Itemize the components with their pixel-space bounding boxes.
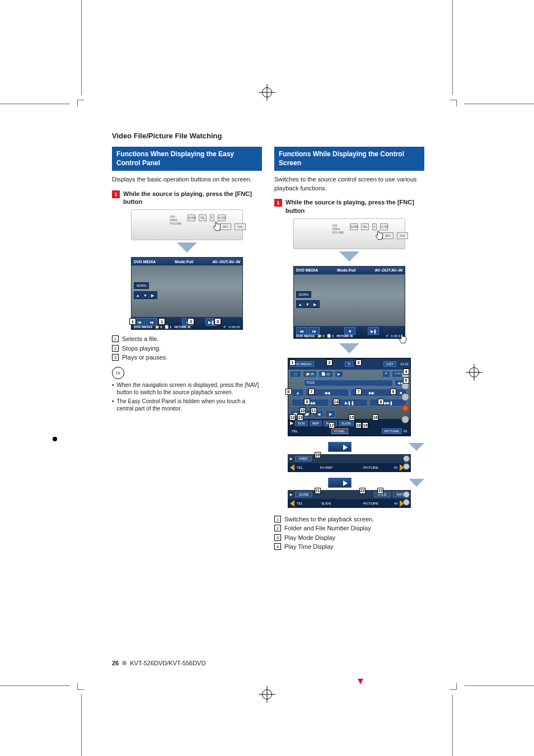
callout: 11: [311, 408, 317, 414]
device-label: VOLUME: [332, 231, 344, 234]
mini-up-icon: ▲: [134, 292, 142, 298]
down-arrow-icon: [409, 443, 424, 451]
legend-text: Folder and File Number Display: [284, 524, 371, 533]
callout: 13: [297, 414, 303, 421]
crop-mark: [452, 0, 453, 95]
down-arrow-icon: [409, 479, 424, 487]
left-header: Functions When Displaying the Easy Contr…: [112, 147, 262, 171]
legend-box: 2: [274, 525, 281, 531]
picture-label: PICTURE: [175, 325, 187, 329]
callout: 19: [362, 422, 368, 428]
callout: 14: [333, 399, 339, 405]
bar-picture-label: PICTURE: [350, 502, 392, 505]
registration-mark-right: [466, 364, 483, 381]
next-page-button: [328, 478, 352, 488]
bar-picture-label: PICTURE: [350, 466, 392, 469]
left-column: Functions When Displaying the Easy Contr…: [112, 147, 262, 552]
section-title: Video File/Picture File Watching: [112, 132, 425, 140]
legend-box: 3: [274, 534, 281, 541]
right-intro: Switches to the source control screen to…: [274, 175, 424, 193]
callout-3: 3: [214, 318, 221, 325]
play-pause-button: ▶❚: [368, 327, 379, 335]
play-indicator-icon: ▶: [290, 421, 293, 426]
bar-tel-label: TEL: [297, 502, 303, 505]
page-footer: 26 KVT-526DVD/KVT-556DVD: [112, 660, 205, 666]
device-nav-button: NAV: [397, 232, 408, 239]
legend-text: Play Mode Display: [284, 533, 335, 543]
in-label: IN: [188, 325, 190, 329]
right-header: Functions While Displaying the Control S…: [274, 147, 424, 171]
callout: 10: [299, 408, 306, 414]
right-step-1: 1 While the source is playing, press the…: [274, 198, 424, 215]
footer-dot-icon: [122, 661, 127, 665]
side-mark-left: [53, 437, 57, 441]
legend-box: 2: [112, 345, 119, 352]
mini-down-icon: ▼: [142, 292, 149, 298]
picture-label: PICTURE: [337, 334, 349, 338]
legend-text: Play Time Display: [284, 542, 333, 552]
callout-1: 1: [129, 318, 136, 325]
screen-mode-label: Mode:Full: [321, 268, 371, 272]
note-icon: ⁝≡: [112, 367, 124, 379]
ctrl-track-label: F123: [304, 380, 393, 386]
callout: 5: [403, 377, 409, 384]
crop-mark: [464, 685, 534, 686]
bottom-source-label: DVD MEDIA: [134, 325, 152, 329]
left-notes: When the navigation screen is displayed,…: [112, 381, 262, 413]
bar-in-label: IN: [394, 502, 397, 505]
p-indicator: P: [386, 334, 388, 338]
ctrl-tel-label: TEL: [292, 430, 298, 433]
pointer-hand-icon: [397, 333, 408, 346]
forep-label: FO-REP: [305, 466, 348, 469]
callout: 1: [289, 360, 296, 366]
slide-button: SLIDE: [295, 492, 312, 497]
screen-source-label: DVD MEDIA: [134, 260, 156, 264]
device-nav-button: NAV: [235, 223, 246, 230]
step-text: While the source is playing, press the […: [285, 198, 424, 215]
crop-mark: [452, 694, 453, 756]
bar-tel-label: TEL: [297, 466, 303, 469]
function-bar-1: ▶ FREP TEL FO-REP PICTURE IN 20: [288, 454, 411, 472]
crop-mark: [464, 104, 534, 104]
side-dot-icon: [401, 393, 409, 401]
callout-2: 2: [188, 318, 194, 325]
legend-box: 1: [112, 335, 119, 342]
page-number: 26: [112, 660, 119, 666]
playback-screen: DVD MEDIA Mode:Full AV–OUT:AV–IN SCRN ▲ …: [293, 266, 405, 339]
right-legend: 1Switches to the playback screen. 2Folde…: [274, 515, 424, 552]
ctrl-clock: 11:21: [400, 362, 409, 366]
mini-right-icon: ▶: [312, 301, 319, 307]
file-number: 1: [332, 334, 334, 338]
nav-left-icon: [290, 500, 294, 507]
ctrl-next-folder-button: ▶: [325, 410, 335, 418]
crop-mark: [0, 685, 70, 686]
play-time: 0:00:05: [228, 325, 240, 329]
ctrl-scn-button: SCN: [295, 421, 308, 426]
nav-left-icon: [290, 464, 294, 471]
ctrl-p-label: P: [382, 371, 390, 377]
callout: 18: [355, 422, 362, 428]
bottom-source-label: DVD MEDIA: [296, 334, 315, 338]
ctrl-picture-label: PICTURE: [382, 428, 402, 434]
crop-mark: [77, 100, 84, 106]
mini-down-icon: ▼: [304, 301, 311, 307]
legend-box: 4: [274, 543, 281, 550]
screen-avout-label: AV–OUT:AV–IN: [374, 268, 402, 272]
note-text: The Easy Control Panel is hidden when yo…: [117, 398, 262, 413]
thumbnail-icon: ▢: [290, 371, 301, 377]
side-dot-icon: [403, 491, 410, 498]
device-panel-illustration: OFF OPEN VOLUME SCRN TEL F V.OFF SRC NAV: [293, 218, 405, 249]
device-tel-button: TEL: [199, 214, 207, 221]
left-legend: 1Selects a file. 2Stops playing. 3Plays …: [112, 334, 262, 362]
device-label: VOLUME: [170, 222, 181, 225]
down-arrow-icon: [177, 242, 197, 253]
callout: 17: [329, 422, 335, 428]
screen-source-label: DVD MEDIA: [296, 268, 318, 272]
ctrl-fosel-button: FOSEL: [331, 428, 348, 434]
bar-in-label: IN: [394, 466, 397, 469]
pointer-hand-icon: [373, 229, 385, 242]
callout: 2: [326, 360, 332, 366]
callout: 16: [372, 414, 378, 421]
crop-mark: [81, 694, 82, 756]
left-intro: Displays the basic operation buttons on …: [112, 175, 262, 184]
